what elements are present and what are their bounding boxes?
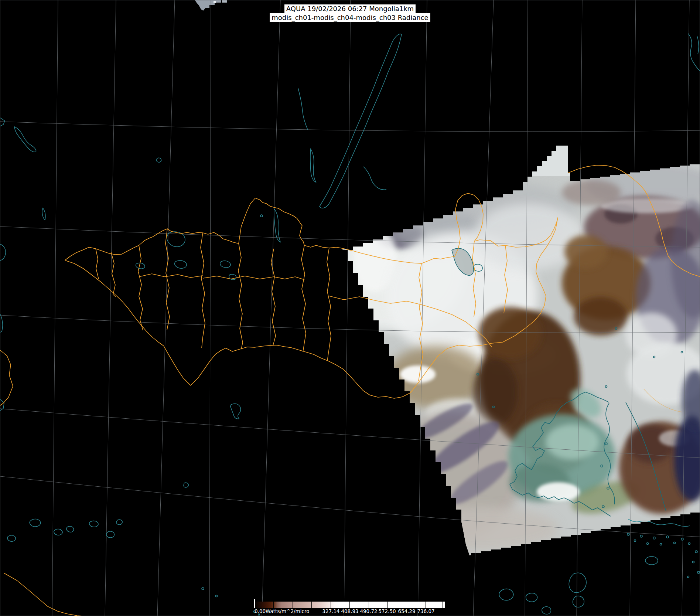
colorbar-tick bbox=[443, 602, 443, 608]
colorbar-tick bbox=[311, 602, 312, 608]
title-line-1: AQUA 19/02/2026 06:27 Mongolia1km bbox=[284, 4, 416, 13]
title-block: AQUA 19/02/2026 06:27 Mongolia1km modis_… bbox=[0, 4, 700, 22]
colorbar-unit-label: 0.00Watts/m^2/micro bbox=[255, 608, 309, 614]
colorbar-tick bbox=[349, 602, 350, 608]
colorbar-tick-label: 736.07 bbox=[417, 608, 434, 614]
satellite-map-viewer: AQUA 19/02/2026 06:27 Mongolia1km modis_… bbox=[0, 0, 700, 616]
colorbar-tick-label: 572.50 bbox=[378, 608, 396, 614]
colorbar-tick bbox=[369, 602, 369, 608]
colorbar-zero-tick bbox=[254, 599, 255, 608]
colorbar-tick bbox=[293, 602, 293, 608]
colorbar-tick bbox=[387, 602, 388, 608]
colorbar-tick-label: 408.93 bbox=[341, 608, 358, 614]
colorbar-tick bbox=[331, 602, 331, 608]
colorbar-tick-label: 490.72 bbox=[360, 608, 377, 614]
colorbar-labels: 0.00Watts/m^2/micro 327.14 408.93 490.72… bbox=[0, 608, 700, 615]
title-line-2: modis_ch01-modis_ch04-modis_ch03 Radianc… bbox=[270, 13, 430, 22]
colorbar-tick bbox=[407, 602, 407, 608]
colorbar-tick bbox=[426, 602, 426, 608]
colorbar bbox=[255, 602, 445, 608]
colorbar-tick-label: 654.29 bbox=[398, 608, 415, 614]
map-canvas bbox=[0, 0, 700, 616]
colorbar-tick bbox=[273, 602, 274, 608]
colorbar-tick-label: 327.14 bbox=[322, 608, 339, 614]
